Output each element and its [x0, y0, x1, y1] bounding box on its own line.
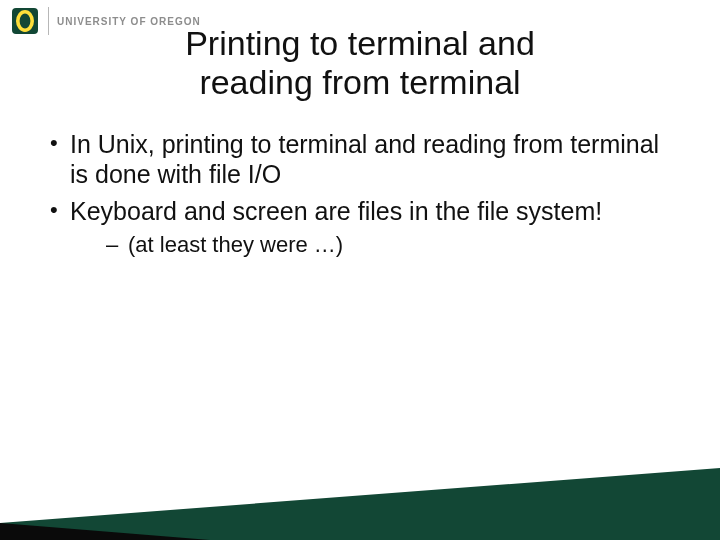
- bullet-text: Keyboard and screen are files in the fil…: [70, 197, 602, 225]
- bullet-text: In Unix, printing to terminal and readin…: [70, 130, 659, 188]
- bullet-item: In Unix, printing to terminal and readin…: [46, 130, 666, 189]
- slide-body: In Unix, printing to terminal and readin…: [46, 130, 666, 266]
- bullet-list: In Unix, printing to terminal and readin…: [46, 130, 666, 258]
- sub-bullet-list: (at least they were …): [70, 231, 666, 259]
- slide-title: Printing to terminal and reading from te…: [0, 24, 720, 102]
- title-line-1: Printing to terminal and: [185, 24, 535, 62]
- svg-marker-2: [0, 468, 720, 540]
- slide-footer-graphic: [0, 468, 720, 540]
- slide: UNIVERSITY OF OREGON Printing to termina…: [0, 0, 720, 540]
- title-line-2: reading from terminal: [199, 63, 520, 101]
- sub-bullet-item: (at least they were …): [102, 231, 666, 259]
- bullet-item: Keyboard and screen are files in the fil…: [46, 197, 666, 258]
- sub-bullet-text: (at least they were …): [128, 232, 343, 257]
